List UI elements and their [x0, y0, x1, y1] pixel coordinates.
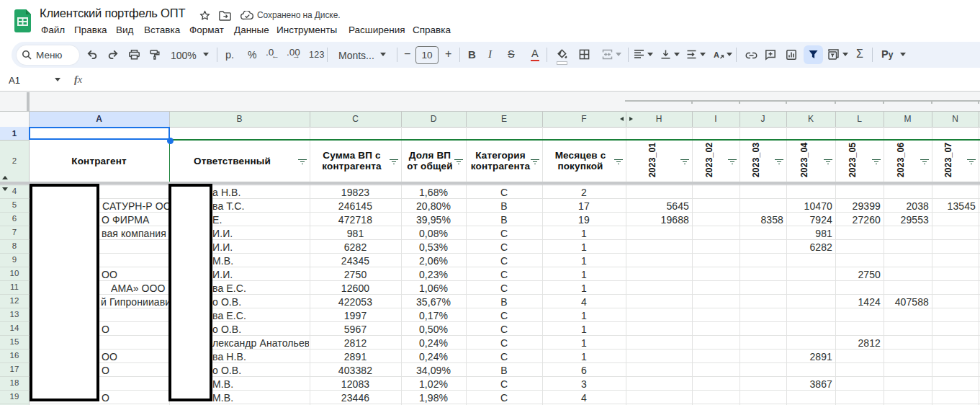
svg-text:A: A: [714, 50, 719, 59]
